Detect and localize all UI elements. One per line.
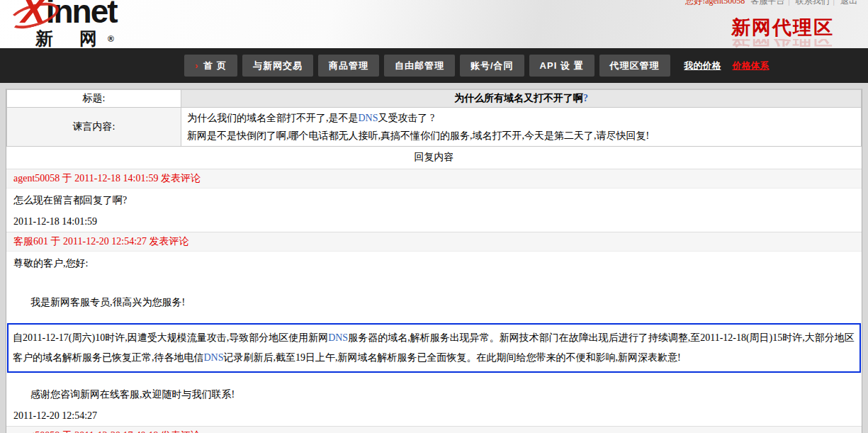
replies-section-title: 回复内容 bbox=[6, 147, 862, 169]
topbar-link-logout[interactable]: 退出 bbox=[840, 0, 857, 6]
message-thread-panel: 标题: 为什么所有域名又打不开了啊? 谏言内容: 为什么我们的域名全部打不开了,… bbox=[6, 89, 862, 433]
spacer bbox=[6, 274, 862, 291]
dns-incident-notice-box: 自2011-12-17(周六)10时许,因遭受大规模流量攻击,导致部分地区使用新… bbox=[7, 323, 861, 373]
message-table: 标题: 为什么所有域名又打不开了啊? 谏言内容: 为什么我们的域名全部打不开了,… bbox=[6, 89, 862, 147]
reply-item: 客服601 于 2011-12-20 12:54:27 发表评论 尊敬的客户,您… bbox=[6, 232, 862, 426]
content-label: 谏言内容: bbox=[7, 108, 181, 147]
separator: | bbox=[788, 0, 789, 6]
reply-author-line: 客服601 于 2011-12-20 12:54:27 发表评论 bbox=[6, 232, 862, 252]
nav-tab-api-settings[interactable]: API 设 置 bbox=[529, 55, 594, 77]
user-greeting: 您好!agent50058 bbox=[685, 0, 745, 6]
topbar-link-contact[interactable]: 联系我们 bbox=[796, 0, 830, 6]
logo-x-swoosh-icon: X bbox=[18, 0, 47, 28]
registered-mark-icon: ® bbox=[108, 34, 114, 44]
content-row: 谏言内容: 为什么我们的域名全部打不开了,是不是DNS又受攻击了 ? 新网是不是… bbox=[7, 108, 862, 147]
nav-tab-trade[interactable]: 与新网交易 bbox=[242, 55, 313, 77]
topbar: 您好!agent50058 客服平台| 联系我们| 退出 bbox=[685, 0, 861, 7]
reply-body-line: 我是新网客服专员,很高兴为您服务! bbox=[6, 291, 862, 313]
portal-title: 新网代理区 新网代理区 bbox=[731, 17, 834, 48]
title-row: 标题: 为什么所有域名又打不开了啊? bbox=[7, 90, 862, 108]
content-value: 为什么我们的域名全部打不开了,是不是DNS又受攻击了 ? 新网是不是快倒闭了啊,… bbox=[181, 108, 862, 147]
reply-body-line: 怎么现在留言都回复了啊? bbox=[6, 189, 862, 211]
nav-button-group: ›首 页 与新网交易 商品管理 自由邮管理 账号/合同 API 设 置 代理区管… bbox=[184, 55, 670, 77]
nav-tab-products[interactable]: 商品管理 bbox=[318, 55, 379, 77]
chevron-right-icon: › bbox=[195, 60, 198, 71]
portal-title-text: 新网代理区 bbox=[731, 17, 834, 39]
reply-item: agent50058 于 2011-12-18 14:01:59 发表评论 怎么… bbox=[6, 169, 862, 232]
reply-timestamp: 2011-12-20 12:54:27 bbox=[6, 405, 862, 426]
portal-title-reflection: 新网代理区 bbox=[731, 39, 834, 48]
separator: | bbox=[833, 0, 835, 6]
logo-chinese-text: 新 网® bbox=[35, 30, 117, 47]
title-label: 标题: bbox=[7, 90, 181, 108]
my-price-link[interactable]: 我的价格 bbox=[684, 60, 721, 72]
nav-tab-account-contract[interactable]: 账号/合同 bbox=[460, 55, 524, 77]
site-header: 您好!agent50058 客服平台| 联系我们| 退出 Xinnet 新 网®… bbox=[0, 0, 868, 48]
reply-item: agent50058 于 2011-12-20 17:40:19 发表评论 域名… bbox=[6, 426, 862, 433]
reply-body-line: 感谢您咨询新网在线客服,欢迎随时与我们联系! bbox=[6, 383, 862, 405]
message-line: 为什么我们的域名全部打不开了,是不是DNS又受攻击了 ? bbox=[187, 109, 855, 127]
reply-author-line: agent50058 于 2011-12-20 17:40:19 发表评论 bbox=[6, 426, 862, 433]
logo-latin-text: Xinnet bbox=[21, 0, 117, 28]
message-line: 新网是不是快倒闭了啊,哪个电话都无人接听,真搞不懂你们的服务,域名打不开,今天是… bbox=[187, 127, 855, 145]
nav-tab-agent-admin[interactable]: 代理区管理 bbox=[599, 55, 670, 77]
nav-tab-home[interactable]: ›首 页 bbox=[184, 55, 237, 77]
reply-body-line: 尊敬的客户,您好: bbox=[6, 252, 862, 274]
reply-author-line: agent50058 于 2011-12-18 14:01:59 发表评论 bbox=[6, 169, 862, 189]
main-nav: ›首 页 与新网交易 商品管理 自由邮管理 账号/合同 API 设 置 代理区管… bbox=[0, 48, 868, 83]
xinnet-logo[interactable]: Xinnet 新 网® bbox=[21, 0, 117, 47]
price-system-link[interactable]: 价格体系 bbox=[733, 60, 770, 72]
reply-timestamp: 2011-12-18 14:01:59 bbox=[6, 211, 862, 232]
title-value: 为什么所有域名又打不开了啊? bbox=[181, 90, 862, 108]
nav-tab-mail[interactable]: 自由邮管理 bbox=[384, 55, 455, 77]
topbar-link-service[interactable]: 客服平台 bbox=[750, 0, 784, 6]
nav-extra-links: 我的价格 价格体系 bbox=[684, 60, 770, 72]
